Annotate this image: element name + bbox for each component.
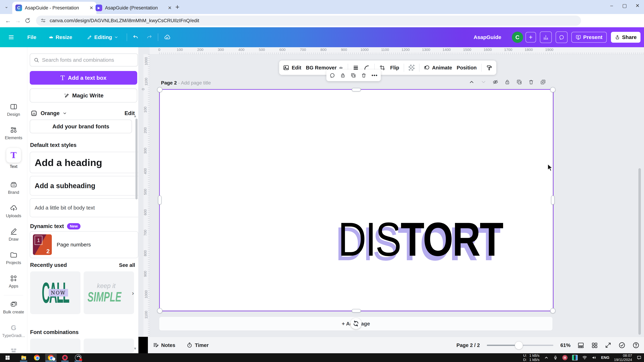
canvas-page[interactable]: DISTORT xyxy=(159,89,552,310)
notifications-icon[interactable] xyxy=(637,355,642,360)
brand-kit-edit-link[interactable]: Edit xyxy=(124,110,135,116)
trash-icon[interactable] xyxy=(361,72,366,78)
selection-handle-right[interactable] xyxy=(551,196,554,205)
fullscreen-icon[interactable] xyxy=(605,342,612,349)
font-search-input[interactable]: Search fonts and combinations xyxy=(30,53,138,66)
flip-button[interactable]: Flip xyxy=(390,65,399,71)
sidebar-item-projects[interactable]: Projects xyxy=(0,251,27,265)
clock[interactable]: 08:0719/11/2024 xyxy=(614,354,632,362)
home-menu-button[interactable] xyxy=(4,32,18,43)
comment-icon[interactable] xyxy=(330,72,335,78)
selection-handle-bottom[interactable] xyxy=(352,309,361,313)
share-button[interactable]: Share xyxy=(611,32,640,43)
lock-page-icon[interactable] xyxy=(504,79,510,85)
cloud-save-status-button[interactable] xyxy=(160,31,174,43)
browser-tab-youtube[interactable]: ▶ AsapGuide (Presentation) - You ✕ xyxy=(92,2,175,14)
sidebar-item-draw[interactable]: Draw xyxy=(0,228,27,242)
selection-handle-bottom-right[interactable] xyxy=(550,308,556,313)
recent-style-keep-it-simple[interactable]: keep it SIMPLE xyxy=(84,271,134,314)
wifi-icon[interactable] xyxy=(582,355,587,360)
brand-kit-row[interactable]: co Orange Edit xyxy=(30,110,135,117)
recording-paused-icon[interactable] xyxy=(562,355,568,360)
distort-artwork[interactable]: DISTORT xyxy=(338,215,502,263)
start-button[interactable] xyxy=(2,354,12,362)
chrome-taskbar-icon[interactable] xyxy=(32,354,42,362)
window-maximize-button[interactable]: ▢ xyxy=(618,0,631,11)
comments-button[interactable] xyxy=(556,31,568,43)
animate-button[interactable]: Animate xyxy=(424,65,452,71)
sidebar-item-elements[interactable]: Elements xyxy=(0,126,27,140)
window-close-button[interactable]: ✕ xyxy=(631,0,644,11)
selection-handle-top-left[interactable] xyxy=(157,87,162,92)
panel-scrollbar[interactable] xyxy=(136,119,138,199)
sidebar-item-apps[interactable]: Apps xyxy=(0,275,27,289)
tray-expand-icon[interactable] xyxy=(544,355,548,360)
timer-button[interactable]: Timer xyxy=(186,342,208,348)
magic-write-button[interactable]: Magic Write xyxy=(30,88,137,102)
font-combo-card[interactable] xyxy=(84,339,134,353)
redo-button[interactable] xyxy=(142,32,156,43)
microphone-icon[interactable] xyxy=(553,355,558,360)
add-subheading-card[interactable]: Add a subheading xyxy=(30,176,140,196)
recent-style-call-now[interactable]: CALL NOW xyxy=(30,271,80,314)
add-page-above-icon[interactable] xyxy=(540,79,546,85)
canvas-scrollbar[interactable] xyxy=(638,168,641,335)
forward-button[interactable]: → xyxy=(13,16,23,25)
zoom-level[interactable]: 61% xyxy=(560,343,570,348)
panel-scroll-up-icon[interactable]: ▲ xyxy=(133,114,137,118)
back-button[interactable]: ← xyxy=(3,16,13,25)
sidebar-item-text[interactable]: T Text xyxy=(0,148,27,169)
address-bar[interactable]: canva.com/design/DAGVNLBxLZM/i8mMhM_kwyC… xyxy=(36,15,581,26)
delete-page-icon[interactable] xyxy=(528,79,534,85)
zoom-slider-thumb[interactable] xyxy=(515,341,523,350)
duplicate-page-icon[interactable] xyxy=(516,79,522,85)
duplicate-icon[interactable] xyxy=(350,72,356,78)
grid-view-icon[interactable] xyxy=(591,342,598,349)
sidebar-item-uploads[interactable]: Uploads xyxy=(0,204,27,218)
sidebar-item-typegradient[interactable]: G TypeGradi... xyxy=(0,324,27,338)
font-combo-card[interactable] xyxy=(30,339,80,353)
move-page-up-icon[interactable] xyxy=(469,79,474,85)
tab-search-chevron-icon[interactable]: ⌄ xyxy=(4,4,8,9)
sidebar-item-bulk-create[interactable]: Bulk create xyxy=(0,301,27,315)
browser-tab-canva[interactable]: C AsapGuide - Presentation ✕ xyxy=(12,2,96,14)
page-numbers-card[interactable]: 1 2 Page numbers xyxy=(30,231,138,258)
saved-check-icon[interactable] xyxy=(618,342,626,349)
selection-handle-top-right[interactable] xyxy=(550,87,556,92)
chrome-active-taskbar-icon[interactable] xyxy=(45,354,57,362)
editing-mode-button[interactable]: Editing xyxy=(83,32,122,43)
tab-close-icon[interactable]: ✕ xyxy=(164,5,172,11)
tab-close-icon[interactable]: ✕ xyxy=(86,5,93,11)
copy-style-button[interactable] xyxy=(486,64,492,71)
see-all-link[interactable]: See all xyxy=(119,262,135,268)
selection-handle-left[interactable] xyxy=(158,196,162,205)
sidebar-item-brand[interactable]: co Brand xyxy=(0,181,27,195)
window-minimize-button[interactable]: – xyxy=(605,0,618,11)
file-menu-button[interactable]: File xyxy=(24,32,40,43)
add-heading-card[interactable]: Add a heading xyxy=(30,152,140,173)
site-info-icon[interactable] xyxy=(40,18,46,23)
transparency-button[interactable] xyxy=(408,65,414,71)
obs-taskbar-icon[interactable] xyxy=(73,354,83,362)
language-indicator[interactable]: ENG xyxy=(601,355,610,360)
zoom-slider[interactable] xyxy=(487,345,553,346)
lock-icon[interactable] xyxy=(340,72,346,78)
add-brand-fonts-button[interactable]: Add your brand fonts xyxy=(30,120,132,133)
file-explorer-taskbar-icon[interactable] xyxy=(18,354,29,362)
reload-button[interactable] xyxy=(23,16,32,25)
selection-handle-bottom-left[interactable] xyxy=(157,308,162,313)
page-header[interactable]: Page 2 - Add page title xyxy=(161,80,211,86)
new-tab-button[interactable]: + xyxy=(175,3,180,11)
move-page-down-icon[interactable] xyxy=(480,79,486,85)
presenter-view-icon[interactable] xyxy=(578,342,584,349)
selection-handle-top[interactable] xyxy=(352,88,361,91)
volume-icon[interactable] xyxy=(592,355,596,360)
account-avatar[interactable]: C xyxy=(512,32,523,43)
carousel-next-icon[interactable]: › xyxy=(132,290,134,296)
position-button[interactable]: Position xyxy=(456,65,476,71)
sidebar-item-design[interactable]: Design xyxy=(0,103,27,117)
add-text-box-button[interactable]: T Add a text box xyxy=(30,71,137,85)
panel-scroll-down-icon[interactable]: ▼ xyxy=(133,347,137,351)
edit-image-button[interactable]: Edit xyxy=(283,64,301,71)
tray-app-icon[interactable] xyxy=(572,355,578,361)
